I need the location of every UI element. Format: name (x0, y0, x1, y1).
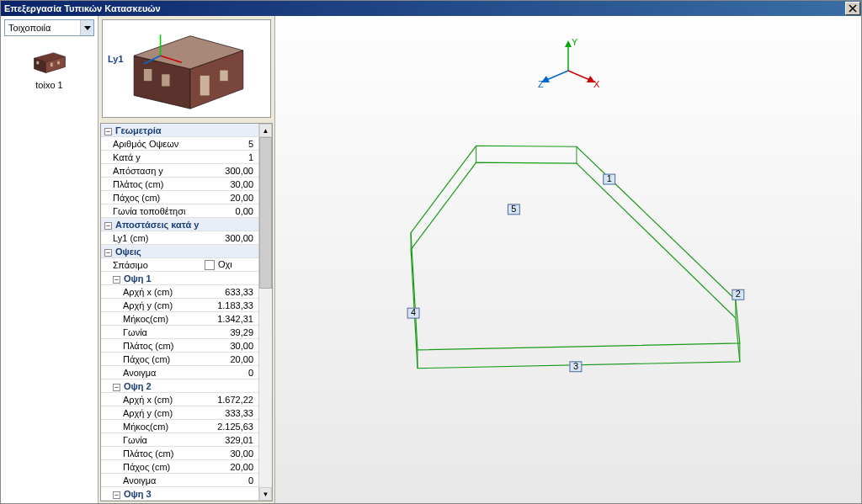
row-label[interactable]: Σπάσιμο (101, 260, 205, 270)
row-value[interactable]: 300,00 (205, 166, 258, 176)
scroll-thumb[interactable] (259, 137, 272, 289)
row-value[interactable]: 39,29 (205, 327, 258, 337)
row-value[interactable]: 1.672,22 (205, 395, 258, 405)
house-preview-icon (120, 23, 254, 115)
checkbox-icon[interactable] (205, 260, 215, 270)
item-label: toixo 1 (35, 80, 62, 90)
row-label[interactable]: Πάχος (cm) (101, 193, 205, 203)
main-window: Επεξεργασία Τυπικών Κατασκευών Τοιχοποιί… (0, 0, 862, 504)
row-value[interactable]: 1 (205, 152, 258, 162)
window-title: Επεξεργασία Τυπικών Κατασκευών (4, 3, 161, 13)
row-value[interactable]: 1.342,31 (205, 314, 258, 324)
house-thumb-icon (29, 50, 71, 77)
section-face1[interactable]: −Οψη 1 (101, 273, 258, 284)
face-label-1: 1 (607, 173, 612, 183)
collapse-icon[interactable]: − (104, 249, 112, 257)
row-value[interactable]: 0,00 (205, 206, 258, 216)
preview-ly1-label: Ly1 (108, 54, 124, 64)
row-value[interactable]: 30,00 (205, 448, 258, 459)
section-faces[interactable]: −Οψεις (101, 247, 258, 257)
svg-rect-3 (50, 63, 52, 67)
row-value[interactable]: 20,00 (205, 193, 258, 203)
row-label[interactable]: Αρχή x (cm) (101, 287, 205, 297)
row-value[interactable]: 5 (205, 139, 258, 149)
mid-panel: Ly1 −Γεωμετρία Αριθμός Οψεων5 Κατά y1 Απ… (98, 16, 275, 503)
combo-value: Τοιχοποιία (8, 23, 51, 33)
close-button[interactable] (845, 2, 860, 15)
type-combo[interactable]: Τοιχοποιία (4, 19, 94, 36)
svg-rect-13 (220, 70, 227, 81)
row-value[interactable]: 329,01 (205, 435, 258, 445)
row-value[interactable]: 0 (205, 368, 258, 378)
section-geometry[interactable]: −Γεωμετρία (101, 125, 258, 135)
row-label[interactable]: Πάχος (cm) (101, 354, 205, 364)
close-icon (849, 4, 857, 13)
collapse-icon[interactable]: − (113, 491, 120, 499)
row-label[interactable]: Ανοιγμα (101, 368, 205, 378)
wireframe-shape: 1 2 3 4 5 (275, 16, 861, 503)
collapse-icon[interactable]: − (113, 384, 120, 391)
scroll-down-button[interactable]: ▼ (259, 487, 272, 501)
row-label[interactable]: Κατά y (101, 152, 205, 162)
viewport-3d[interactable]: Y X Z 1 2 3 (275, 16, 861, 503)
collapse-icon[interactable]: − (104, 128, 112, 135)
row-label[interactable]: Γωνία (101, 435, 205, 445)
row-label[interactable]: Απόσταση y (101, 166, 205, 176)
collapse-icon[interactable]: − (104, 222, 112, 230)
svg-rect-5 (36, 61, 39, 65)
row-label[interactable]: Μήκος(cm) (101, 422, 205, 432)
row-value[interactable]: 30,00 (205, 341, 258, 351)
row-label[interactable]: Αρχή y (cm) (101, 408, 205, 418)
row-value[interactable]: Οχι (205, 259, 258, 270)
svg-rect-12 (200, 75, 209, 95)
face-label-5: 5 (511, 204, 516, 214)
section-face2[interactable]: −Οψη 2 (101, 381, 258, 391)
face-label-3: 3 (573, 361, 578, 371)
row-label[interactable]: Γωνία τοποθέτησι (101, 206, 205, 216)
row-value[interactable]: 333,33 (205, 408, 258, 418)
row-value[interactable]: 30,00 (205, 179, 258, 189)
row-label[interactable]: Αριθμός Οψεων (101, 139, 205, 149)
element-item[interactable]: toixo 1 (1, 50, 98, 90)
chevron-down-icon (84, 26, 91, 30)
face-label-2: 2 (736, 289, 741, 299)
title-bar: Επεξεργασία Τυπικών Κατασκευών (1, 1, 861, 16)
section-face3[interactable]: −Οψη 3 (101, 489, 258, 499)
row-value[interactable]: 633,33 (205, 287, 258, 297)
svg-marker-24 (411, 146, 740, 350)
section-distances[interactable]: −Αποστάσεις κατά y (101, 220, 258, 230)
row-label[interactable]: Αρχή x (cm) (101, 395, 205, 405)
row-value[interactable]: 20,00 (205, 354, 258, 364)
svg-rect-10 (143, 69, 151, 81)
row-label[interactable]: Γωνία (101, 327, 205, 337)
body-area: Τοιχοποιία toixo 1 (1, 16, 861, 503)
row-value[interactable]: 300,00 (205, 233, 258, 243)
row-label[interactable]: Πλάτος (cm) (101, 448, 205, 459)
collapse-icon[interactable]: − (113, 276, 120, 284)
row-label[interactable]: Μήκος(cm) (101, 314, 205, 324)
grid-rows: −Γεωμετρία Αριθμός Οψεων5 Κατά y1 Απόστα… (101, 124, 258, 501)
row-value[interactable]: 1.183,33 (205, 300, 258, 310)
row-label[interactable]: Πλάτος (cm) (101, 179, 205, 189)
svg-rect-11 (162, 74, 169, 86)
preview-box: Ly1 (102, 19, 271, 118)
row-value[interactable]: 0 (205, 475, 258, 485)
scroll-up-button[interactable]: ▲ (259, 124, 272, 137)
combo-arrow[interactable] (80, 20, 93, 35)
row-label[interactable]: Πάχος (cm) (101, 462, 205, 472)
row-label[interactable]: Ανοιγμα (101, 475, 205, 485)
face-label-4: 4 (411, 307, 416, 317)
grid-scrollbar[interactable]: ▲ ▼ (258, 124, 272, 501)
row-label[interactable]: Ly1 (cm) (101, 233, 205, 243)
row-label[interactable]: Πλάτος (cm) (101, 341, 205, 351)
svg-rect-4 (57, 61, 60, 65)
left-panel: Τοιχοποιία toixo 1 (1, 16, 98, 503)
row-value[interactable]: 2.125,63 (205, 422, 258, 432)
row-value[interactable]: 20,00 (205, 462, 258, 472)
svg-marker-23 (411, 162, 740, 369)
property-grid: −Γεωμετρία Αριθμός Οψεων5 Κατά y1 Απόστα… (100, 123, 273, 501)
row-label[interactable]: Αρχή y (cm) (101, 300, 205, 310)
